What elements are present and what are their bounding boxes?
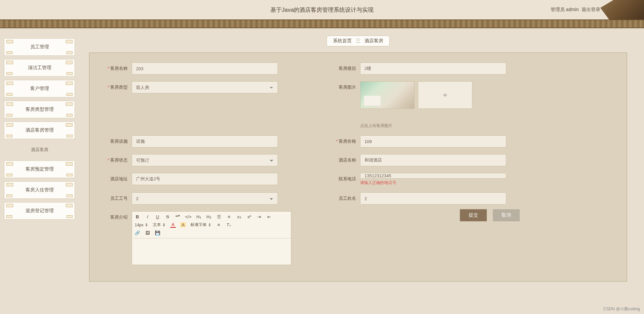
input-room-name[interactable] — [132, 62, 278, 75]
text-color-icon[interactable]: A — [170, 222, 176, 228]
h2-icon[interactable]: H₂ — [206, 214, 212, 219]
input-hotel-name[interactable] — [360, 154, 506, 166]
sidebar: 员工管理 清洁工管理 客户管理 客房类型管理 酒店客房管理 酒店客房 客房预定管… — [0, 38, 79, 314]
clear-format-icon[interactable]: Tₓ — [226, 222, 231, 227]
label-room-status: 客房状态 — [103, 154, 132, 163]
header-user-area: 管理员 admin 退出登录 — [551, 7, 600, 13]
sidebar-item-hotelroom[interactable]: 酒店客房管理 — [4, 122, 75, 139]
font-family-select[interactable]: 标准字体 ⇕ — [190, 222, 211, 228]
page-title: 基于Java的酒店客房管理系统设计与实现 — [270, 6, 374, 14]
plus-icon: + — [443, 90, 447, 100]
rich-text-editor[interactable]: B I U S ❝❞ </> H₁ H₂ ☰ ≡ x₂ — [132, 211, 291, 265]
sidebar-item-customer[interactable]: 客户管理 — [4, 80, 75, 97]
save-icon[interactable]: 💾 — [155, 230, 160, 235]
input-emp-name[interactable] — [360, 192, 506, 205]
label-hotel-addr: 酒店地址 — [103, 173, 132, 182]
tab-bar: 系统首页 三 酒店客房 — [89, 36, 627, 46]
ol-icon[interactable]: ☰ — [216, 214, 222, 219]
input-room-facility[interactable] — [132, 135, 278, 147]
input-hotel-addr[interactable] — [132, 173, 278, 185]
watermark: CSDN @小蔡coding — [603, 306, 640, 312]
label-room-intro: 客房介绍 — [103, 211, 132, 220]
label-hotel-name: 酒店名称 — [332, 154, 360, 163]
underline-icon[interactable]: U — [155, 214, 160, 219]
input-phone[interactable] — [360, 173, 506, 179]
room-image-thumbnail[interactable] — [360, 81, 415, 109]
sidebar-item-cleaner[interactable]: 清洁工管理 — [4, 59, 75, 77]
label-room-name: 客房名称 — [103, 62, 132, 72]
quote-icon[interactable]: ❝❞ — [175, 214, 180, 219]
sidebar-item-staff[interactable]: 员工管理 — [4, 38, 75, 56]
sidebar-item-checkin[interactable]: 客房入住管理 — [4, 181, 75, 199]
indent-icon[interactable]: ⇥ — [257, 214, 262, 219]
image-icon[interactable]: 🖼 — [145, 230, 150, 235]
tab-current[interactable]: 酒店客房 — [364, 38, 383, 44]
align-icon[interactable]: ≡ — [216, 222, 221, 227]
link-icon[interactable]: 🔗 — [135, 230, 140, 235]
sidebar-sub-hotelroom[interactable]: 酒店客房 — [4, 142, 75, 157]
strike-icon[interactable]: S — [165, 214, 170, 219]
sidebar-item-checkout[interactable]: 退房登记管理 — [4, 202, 75, 220]
bold-icon[interactable]: B — [135, 214, 140, 219]
label-room-image: 客房图片 — [332, 81, 360, 90]
sidebar-item-roomtype[interactable]: 客房类型管理 — [4, 101, 75, 118]
cancel-button[interactable]: 取消 — [493, 209, 520, 221]
label-room-facility: 客房设施 — [103, 135, 132, 144]
sub-icon[interactable]: x₂ — [237, 214, 242, 219]
admin-label[interactable]: 管理员 admin — [551, 7, 579, 13]
ul-icon[interactable]: ≡ — [226, 214, 232, 219]
phone-error: 请输入正确的电话号 — [360, 180, 506, 186]
logout-link[interactable]: 退出登录 — [582, 7, 600, 13]
font-size-select[interactable]: 14px ⇕ — [135, 223, 148, 227]
select-room-status[interactable]: 可预订 — [132, 154, 278, 166]
header: 基于Java的酒店客房管理系统设计与实现 管理员 admin 退出登录 — [0, 0, 644, 19]
select-room-type[interactable]: 双人房 — [132, 81, 278, 93]
label-room-price: 客房价格 — [332, 135, 360, 144]
decorative-border — [0, 19, 644, 28]
sidebar-item-reservation[interactable]: 客房预定管理 — [4, 161, 75, 178]
label-room-floor: 客房楼层 — [332, 62, 360, 72]
submit-button[interactable]: 提交 — [460, 209, 487, 221]
upload-button[interactable]: + — [418, 81, 472, 109]
label-emp-id: 员工工号 — [103, 192, 132, 201]
text-style-select[interactable]: 文本 ⇕ — [153, 222, 166, 228]
h1-icon[interactable]: H₁ — [196, 214, 202, 219]
tab-divider-icon: 三 — [356, 38, 360, 44]
select-emp-id[interactable]: 2 — [132, 192, 278, 205]
code-icon[interactable]: </> — [185, 214, 191, 219]
label-emp-name: 员工姓名 — [332, 192, 360, 201]
tab-home[interactable]: 系统首页 — [333, 38, 352, 44]
input-room-floor[interactable] — [360, 62, 506, 75]
bg-color-icon[interactable]: A — [180, 222, 186, 227]
editor-toolbar: B I U S ❝❞ </> H₁ H₂ ☰ ≡ x₂ — [132, 212, 291, 238]
label-phone: 联系电话 — [332, 173, 360, 182]
label-room-type: 客房类型 — [103, 81, 132, 90]
italic-icon[interactable]: I — [145, 214, 150, 219]
sup-icon[interactable]: x² — [247, 214, 252, 219]
roof-decoration — [600, 0, 644, 19]
content-area: 系统首页 三 酒店客房 客房名称 客房楼层 客房类型 双人房 — [79, 38, 644, 314]
input-room-price[interactable] — [360, 135, 506, 147]
upload-hint: 点击上传客房图片 — [360, 123, 506, 129]
outdent-icon[interactable]: ⇤ — [267, 214, 272, 219]
form-panel: 客房名称 客房楼层 客房类型 双人房 客房图片 — [89, 52, 627, 282]
